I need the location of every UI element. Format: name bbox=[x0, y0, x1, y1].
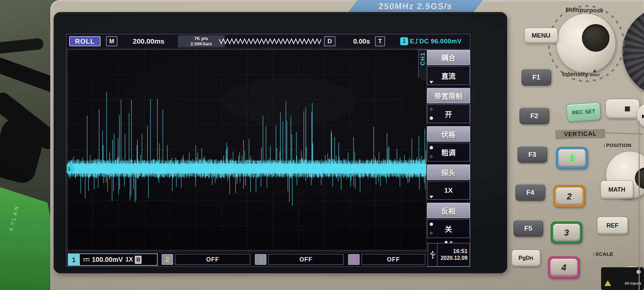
clock-date: 2020.12.09 bbox=[441, 255, 468, 261]
trigger-prefix-badge: T bbox=[375, 36, 385, 46]
ch2-status: OFF bbox=[175, 254, 250, 265]
menu-value: 开 bbox=[427, 104, 470, 123]
panel-seam bbox=[639, 121, 640, 290]
oscilloscope-photo: KYLAN 250MHz 2.5GS/s ROLL M 200.00ms 7K … bbox=[0, 0, 644, 290]
menu-item-coupling: 耦合 直流 bbox=[427, 50, 470, 85]
noise-waveform-preview-icon bbox=[219, 37, 321, 46]
ch4-status: OFF bbox=[362, 254, 425, 265]
channel-4-label: 4 bbox=[550, 259, 577, 276]
ch3-badge: 3 bbox=[255, 254, 266, 265]
f3-button[interactable]: F3 bbox=[518, 146, 547, 163]
f5-button[interactable]: F5 bbox=[514, 220, 543, 237]
status-bar: ROLL M 200.00ms 7K pts 2.50KSa/s D 0.00s… bbox=[66, 34, 470, 48]
vertical-section-label: VERTICAL bbox=[555, 129, 605, 139]
datetime: 16:51 2020.12.09 bbox=[437, 243, 470, 266]
rising-edge-icon bbox=[415, 38, 419, 44]
ch1-probe: 1X bbox=[125, 256, 133, 263]
menu-value: 关 bbox=[427, 219, 470, 238]
updown-icon: ↕ bbox=[603, 143, 605, 148]
menu-item-bandwidth-limit: 带宽限制 开 bbox=[427, 88, 470, 123]
menu-label: 伏格 bbox=[427, 126, 470, 142]
waveform-plot bbox=[67, 49, 427, 251]
trigger-level: 96.000mV bbox=[431, 38, 462, 45]
knob-indicator-hole bbox=[582, 24, 609, 52]
timebase-value: 200.00ms bbox=[120, 36, 177, 46]
f2-button[interactable]: F2 bbox=[520, 107, 549, 124]
channel-3-label: 3 bbox=[553, 224, 580, 241]
menu-item-probe: 探头 1X bbox=[427, 164, 470, 200]
play-icon: ▶ bbox=[642, 113, 644, 119]
radio-off-icon bbox=[430, 232, 432, 234]
menu-item-volts-div: 伏格 粗调 bbox=[427, 126, 470, 161]
ch1-status-group: 1 100.00mV 1X B bbox=[68, 253, 158, 266]
channel-1-label: 1 bbox=[558, 149, 585, 167]
datetime-box: 16:51 2020.12.09 bbox=[428, 243, 470, 267]
input-warning-label: All Inputs bbox=[601, 267, 644, 290]
f1-button[interactable]: F1 bbox=[522, 69, 551, 86]
trigger-coupling: DC bbox=[419, 38, 429, 45]
clock-time: 16:51 bbox=[453, 248, 468, 255]
radio-off-icon bbox=[430, 108, 432, 110]
multipurpose-knob[interactable] bbox=[556, 13, 616, 73]
channel-2-label: 2 bbox=[556, 188, 583, 205]
f4-button[interactable]: F4 bbox=[516, 184, 545, 201]
timebase-prefix-badge: M bbox=[106, 36, 117, 46]
menu-value: 粗调 bbox=[427, 143, 470, 161]
ch2-badge: 2 bbox=[162, 254, 173, 265]
trigger-edge: E bbox=[410, 38, 414, 45]
delay-prefix-badge: D bbox=[324, 36, 335, 46]
ch1-badge: 1 bbox=[68, 254, 80, 265]
updown-icon: ↕ bbox=[592, 251, 595, 257]
pgdn-button[interactable]: PgDn bbox=[512, 250, 540, 267]
radio-on-icon bbox=[430, 146, 433, 149]
scale-label: ↕ SCALE bbox=[592, 251, 613, 257]
ch1-bandwidth-chip: B bbox=[135, 256, 142, 264]
multipurpose-label: Multipurpose bbox=[566, 6, 604, 14]
intensity-label: Intensity bbox=[562, 70, 588, 78]
menu-label: 反相 bbox=[427, 203, 470, 218]
channel-status-bar: 1 100.00mV 1X B 2 OFF 3 OFF 4 OFF bbox=[66, 252, 427, 267]
acquisition-info: 7K pts 2.50KSa/s bbox=[178, 35, 225, 47]
radio-on-icon bbox=[430, 116, 433, 120]
menu-item-invert: 反相 关 bbox=[427, 203, 470, 238]
dropdown-arrow-icon bbox=[429, 81, 433, 84]
warning-triangle-icon bbox=[604, 280, 611, 286]
dropdown-arrow-icon bbox=[429, 196, 433, 198]
sample-rate: 2.50KSa/s bbox=[191, 41, 212, 47]
position-label: ↕ POSITION bbox=[603, 142, 632, 148]
softkey-menu: CH1 耦合 直流 带宽限制 开 伏格 粗调 探头 1X bbox=[427, 49, 470, 252]
trigger-source-badge: 1 bbox=[400, 37, 408, 45]
menu-label: 耦合 bbox=[427, 50, 470, 65]
lcd-screen: ROLL M 200.00ms 7K pts 2.50KSa/s D 0.00s… bbox=[66, 34, 470, 267]
ch1-scale: 100.00mV bbox=[92, 256, 123, 263]
stop-square-icon bbox=[625, 106, 630, 111]
select-label: Select bbox=[590, 73, 599, 77]
select-knob-icon bbox=[593, 69, 596, 72]
usb-icon bbox=[428, 243, 437, 266]
radio-off-icon bbox=[430, 155, 432, 158]
channel-2-button[interactable]: 2 bbox=[553, 185, 585, 207]
dc-coupling-icon bbox=[83, 257, 91, 262]
screen-bezel: ROLL M 200.00ms 7K pts 2.50KSa/s D 0.00s… bbox=[54, 12, 507, 273]
math-button[interactable]: MATH bbox=[600, 181, 633, 199]
run-stop-button[interactable] bbox=[605, 99, 640, 118]
menu-value: 1X bbox=[427, 181, 470, 200]
radio-on-icon bbox=[430, 223, 433, 226]
ch3-status: OFF bbox=[268, 254, 343, 265]
record-points: 7K pts bbox=[194, 36, 208, 41]
channel-1-button[interactable]: 1 bbox=[556, 147, 588, 169]
menu-label: 带宽限制 bbox=[427, 88, 470, 103]
rec-set-button[interactable]: REC SET bbox=[566, 102, 601, 122]
channel-3-button[interactable]: 3 bbox=[551, 222, 582, 244]
menu-channel-tab: CH1 bbox=[418, 50, 427, 82]
menu-label: 探头 bbox=[427, 164, 470, 180]
menu-button[interactable]: MENU bbox=[524, 28, 558, 43]
acquisition-mode-badge: ROLL bbox=[69, 36, 101, 46]
ch4-badge: 4 bbox=[348, 254, 360, 265]
channel-4-button[interactable]: 4 bbox=[548, 256, 580, 279]
menu-value: 直流 bbox=[427, 66, 470, 85]
trigger-info: E DC 96.000mV bbox=[410, 36, 470, 46]
bandwidth-badge: 250MHz 2.5GS/s bbox=[348, 0, 483, 12]
ref-button[interactable]: REF bbox=[597, 217, 628, 234]
